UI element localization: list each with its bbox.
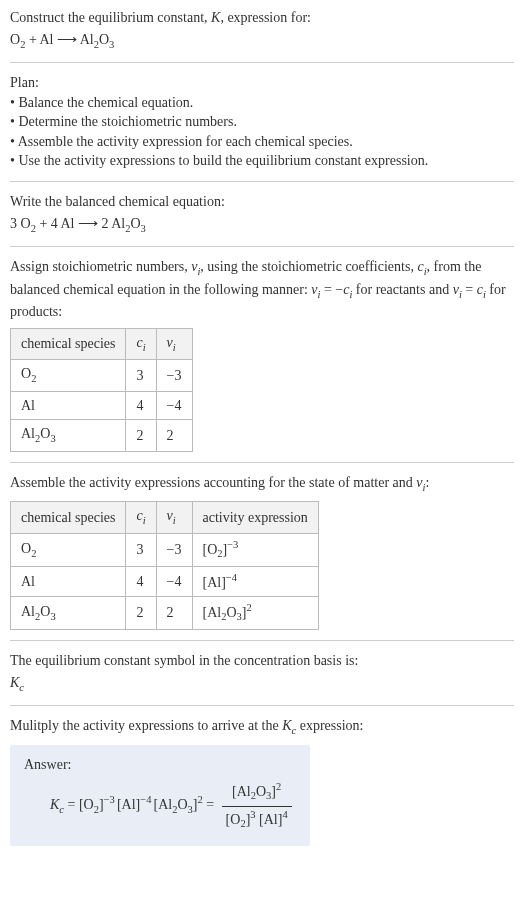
divider xyxy=(10,62,514,63)
col-species: chemical species xyxy=(11,502,126,533)
sp-a: O xyxy=(21,541,31,556)
plan-title: Plan: xyxy=(10,73,514,93)
cell-c: 2 xyxy=(126,420,156,451)
answer-equation: Kc = [O2]−3[Al]−4[Al2O3]2 = [Al2O3]2[O2]… xyxy=(24,780,296,831)
eq-plus-al: + Al ⟶ Al xyxy=(25,32,93,47)
ae-sup: −4 xyxy=(226,572,237,583)
bal-2: + 4 Al ⟶ 2 Al xyxy=(36,216,125,231)
act-t1: Assemble the activity expressions accoun… xyxy=(10,475,416,490)
cell-activity: [Al]−4 xyxy=(192,566,318,596)
plan-bullet-2: • Determine the stoichiometric numbers. xyxy=(10,112,514,132)
bal-s3: 3 xyxy=(141,222,146,233)
plan-bullet-4: • Use the activity expressions to build … xyxy=(10,151,514,171)
sp-sub2: 3 xyxy=(50,433,55,444)
table-row: O2 3 −3 xyxy=(11,360,193,391)
table-row: Al2O3 2 2 [Al2O3]2 xyxy=(11,597,319,630)
bal-1: 3 O xyxy=(10,216,31,231)
sp-sub2: 3 xyxy=(50,611,55,622)
col-nu-sub: i xyxy=(173,515,176,526)
kc-symbol-block: The equilibrium constant symbol in the c… xyxy=(10,651,514,695)
cell-species: Al2O3 xyxy=(11,420,126,451)
answer-label: Answer: xyxy=(24,755,296,775)
intro-text-1: Construct the equilibrium constant, xyxy=(10,10,211,25)
eq-o2: O xyxy=(99,32,109,47)
intro-line: Construct the equilibrium constant, K, e… xyxy=(10,8,514,28)
cell-c: 4 xyxy=(126,391,156,420)
ans-t2sup: −4 xyxy=(140,795,151,806)
den-a: [O xyxy=(226,811,241,826)
mul-a: Mulitply the activity expressions to arr… xyxy=(10,718,282,733)
col-c: ci xyxy=(126,502,156,533)
ae-a: [O xyxy=(203,541,218,556)
sp-a: Al xyxy=(21,398,35,413)
kc-sub: c xyxy=(19,682,24,693)
cell-nu: −4 xyxy=(156,391,192,420)
stoich-r2b: = xyxy=(462,282,477,297)
ans-k: K xyxy=(50,797,59,812)
multiply-block: Mulitply the activity expressions to arr… xyxy=(10,716,514,845)
activity-intro: Assemble the activity expressions accoun… xyxy=(10,473,514,495)
activity-block: Assemble the activity expressions accoun… xyxy=(10,473,514,631)
ans-t3b: O xyxy=(177,797,187,812)
ae-b: O xyxy=(226,605,236,620)
sp-a: Al xyxy=(21,574,35,589)
answer-fraction: [Al2O3]2[O2]3 [Al]4 xyxy=(222,780,292,831)
cell-species: Al xyxy=(11,391,126,420)
cell-species: O2 xyxy=(11,533,126,566)
ae-a: [Al xyxy=(203,605,222,620)
intro-k: K xyxy=(211,10,220,25)
ans-eq2: = xyxy=(203,797,218,812)
balanced-title: Write the balanced chemical equation: xyxy=(10,192,514,212)
cell-activity: [Al2O3]2 xyxy=(192,597,318,630)
num-a: [Al xyxy=(232,784,251,799)
cell-nu: 2 xyxy=(156,597,192,630)
bal-3: O xyxy=(130,216,140,231)
cell-c: 3 xyxy=(126,360,156,391)
divider xyxy=(10,705,514,706)
intro-equation: O2 + Al ⟶ Al2O3 xyxy=(10,30,514,52)
col-nu: νi xyxy=(156,328,192,359)
cell-species: Al xyxy=(11,566,126,596)
sp-a: Al xyxy=(21,426,35,441)
stoich-table: chemical species ci νi O2 3 −3 Al 4 −4 A… xyxy=(10,328,193,452)
ae-sup: 2 xyxy=(246,602,251,613)
balanced-block: Write the balanced chemical equation: 3 … xyxy=(10,192,514,236)
fraction-denominator: [O2]3 [Al]4 xyxy=(222,807,292,832)
sp-a: Al xyxy=(21,604,35,619)
sp-sub: 2 xyxy=(31,547,36,558)
stoich-t1: Assign stoichiometric numbers, xyxy=(10,259,191,274)
divider xyxy=(10,640,514,641)
fraction-numerator: [Al2O3]2 xyxy=(222,780,292,806)
cell-c: 3 xyxy=(126,533,156,566)
num-sup: 2 xyxy=(276,781,281,792)
ans-t2: [Al] xyxy=(117,797,140,812)
num-b: O xyxy=(256,784,266,799)
act-t2: : xyxy=(425,475,429,490)
ae-sup: −3 xyxy=(227,539,238,550)
cell-nu: −3 xyxy=(156,360,192,391)
col-c-sub: i xyxy=(143,515,146,526)
plan-block: Plan: • Balance the chemical equation. •… xyxy=(10,73,514,171)
stoich-r1b: = − xyxy=(320,282,343,297)
divider xyxy=(10,181,514,182)
kc-k: K xyxy=(10,675,19,690)
activity-table: chemical species ci νi activity expressi… xyxy=(10,501,319,630)
stoich-block: Assign stoichiometric numbers, νi, using… xyxy=(10,257,514,452)
cell-nu: −3 xyxy=(156,533,192,566)
stoich-t4: for reactants and xyxy=(352,282,452,297)
cell-c: 4 xyxy=(126,566,156,596)
cell-species: O2 xyxy=(11,360,126,391)
balanced-equation: 3 O2 + 4 Al ⟶ 2 Al2O3 xyxy=(10,214,514,236)
eq-al-sub2: 3 xyxy=(109,38,114,49)
kc-symbol: Kc xyxy=(10,673,514,695)
sp-sub: 2 xyxy=(31,373,36,384)
divider xyxy=(10,246,514,247)
col-species: chemical species xyxy=(11,328,126,359)
ans-t3: [Al xyxy=(153,797,172,812)
kc-symbol-line: The equilibrium constant symbol in the c… xyxy=(10,651,514,671)
table-header-row: chemical species ci νi activity expressi… xyxy=(11,502,319,533)
ae-a: [Al] xyxy=(203,575,226,590)
table-row: Al2O3 2 2 xyxy=(11,420,193,451)
intro-text-2: , expression for: xyxy=(220,10,311,25)
cell-species: Al2O3 xyxy=(11,597,126,630)
